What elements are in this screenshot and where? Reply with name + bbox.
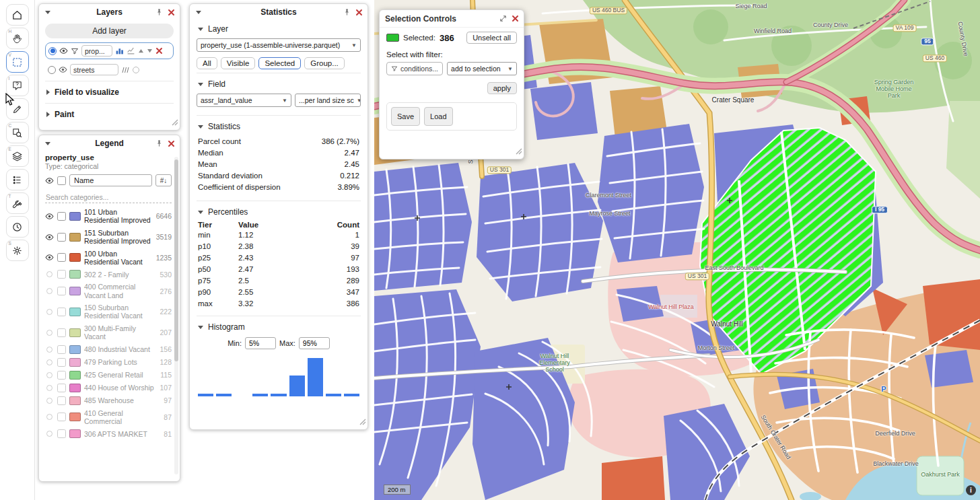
category-checkbox[interactable] <box>57 358 66 367</box>
visibility-off-icon[interactable] <box>45 347 54 353</box>
field-select[interactable]: assr_land_value▼ <box>197 94 291 107</box>
category-checkbox[interactable] <box>57 345 66 354</box>
bar-chart-icon[interactable] <box>115 46 124 55</box>
category-checkbox[interactable] <box>57 233 66 242</box>
legend-category-row[interactable]: 101 Urban Residential Improved6646 <box>45 206 172 227</box>
percentiles-section[interactable]: Percentiles <box>197 205 361 219</box>
collapse-icon[interactable] <box>196 11 201 14</box>
pin-icon[interactable] <box>155 8 163 16</box>
scope-button-visible[interactable]: Visible <box>221 57 256 69</box>
pin-icon[interactable] <box>343 8 351 16</box>
legend-category-row[interactable]: 300 Multi-Family Vacant207 <box>45 322 172 343</box>
legend-category-row[interactable]: 151 Suburban Residential Improved3519 <box>45 227 172 248</box>
conditions-dropdown[interactable]: conditions... <box>386 62 443 75</box>
category-checkbox[interactable] <box>57 413 66 421</box>
paint-section[interactable]: Paint <box>45 107 174 122</box>
layer-name-input[interactable] <box>70 64 118 75</box>
close-icon[interactable] <box>168 140 175 147</box>
legend-category-row[interactable]: 479 Parking Lots128 <box>45 356 172 369</box>
tool-legend-list-button[interactable] <box>6 169 29 190</box>
resize-handle[interactable] <box>359 416 366 428</box>
tool-tools-button[interactable]: T <box>6 192 29 214</box>
eye-icon[interactable] <box>45 176 54 185</box>
name-column-header[interactable]: Name <box>69 174 152 186</box>
add-layer-button[interactable]: Add layer <box>45 24 174 38</box>
category-checkbox[interactable] <box>57 396 66 405</box>
field-to-visualize-section[interactable]: Field to visualize <box>45 85 174 100</box>
collapse-icon[interactable] <box>45 11 50 14</box>
search-categories-input[interactable] <box>45 192 172 203</box>
category-checkbox[interactable] <box>57 287 66 295</box>
normalize-select[interactable]: ...per land size sc▼ <box>295 94 361 107</box>
apply-button[interactable]: apply <box>487 82 517 94</box>
attribution-icon[interactable]: i <box>966 485 976 495</box>
scope-button-all[interactable]: All <box>197 57 217 69</box>
selection-mode-select[interactable]: add to selection▼ <box>447 62 517 75</box>
category-checkbox[interactable] <box>57 308 66 316</box>
close-icon[interactable] <box>355 9 363 16</box>
tool-box-select-button[interactable]: V <box>6 51 29 73</box>
field-section[interactable]: Field <box>197 77 361 92</box>
remove-layer-icon[interactable] <box>155 47 163 55</box>
visibility-off-icon[interactable] <box>45 330 54 336</box>
layer-section[interactable]: Layer <box>197 22 361 36</box>
active-layer-radio[interactable] <box>48 47 57 55</box>
pin-icon[interactable] <box>155 139 163 147</box>
legend-category-row[interactable]: 485 Warehouse97 <box>45 394 172 407</box>
legend-category-row[interactable]: 100 Urban Residential Vacant1235 <box>45 248 172 269</box>
layer-select[interactable]: property_use (1-assemble-universe.parque… <box>197 38 361 52</box>
resize-handle[interactable] <box>516 145 522 157</box>
legend-category-row[interactable]: 480 Industrial Vacant156 <box>45 343 172 356</box>
expand-icon[interactable] <box>499 15 507 22</box>
unselect-all-button[interactable]: Unselect all <box>466 32 517 44</box>
histogram-min-input[interactable] <box>245 337 276 349</box>
collapse-icon[interactable] <box>45 142 50 145</box>
legend-category-row[interactable]: 440 House of Worship107 <box>45 382 172 394</box>
visibility-off-icon[interactable] <box>45 288 54 294</box>
visibility-off-icon[interactable] <box>45 309 54 315</box>
category-checkbox[interactable] <box>57 429 66 438</box>
layer-row-streets[interactable] <box>45 62 174 77</box>
legend-category-row[interactable]: 306 APTS MARKET81 <box>45 427 172 440</box>
visibility-off-icon[interactable] <box>45 431 54 437</box>
legend-category-row[interactable]: 302 2 - Family530 <box>45 268 172 281</box>
tool-pan-button[interactable]: H <box>6 28 29 49</box>
visibility-off-icon[interactable] <box>45 271 54 277</box>
visibility-off-icon[interactable] <box>45 385 54 391</box>
save-button[interactable]: Save <box>391 107 420 126</box>
line-style-icon[interactable] <box>121 66 130 74</box>
scope-button-group[interactable]: Group... <box>304 57 345 69</box>
legend-category-row[interactable]: 410 General Commercial87 <box>45 407 172 428</box>
category-checkbox[interactable] <box>57 328 66 337</box>
tool-zoom-select-button[interactable]: C <box>6 122 29 143</box>
tool-history-button[interactable] <box>6 216 29 238</box>
category-checkbox[interactable] <box>57 371 66 380</box>
layer-radio[interactable] <box>48 66 56 74</box>
histogram-section[interactable]: Histogram <box>197 320 361 334</box>
histogram-max-input[interactable] <box>299 337 330 349</box>
legend-category-row[interactable]: 425 General Retail115 <box>45 369 172 382</box>
visibility-off-icon[interactable] <box>45 372 54 378</box>
visibility-eye-icon[interactable] <box>45 233 54 242</box>
category-checkbox[interactable] <box>57 212 66 221</box>
tool-settings-button[interactable]: S <box>6 240 29 261</box>
statistics-section[interactable]: Statistics <box>197 119 361 134</box>
move-down-icon[interactable] <box>147 48 153 53</box>
tool-home-button[interactable] <box>6 4 29 26</box>
eye-icon[interactable] <box>59 46 68 55</box>
sort-by-count-button[interactable]: #↓ <box>155 174 172 186</box>
eye-icon[interactable] <box>59 65 67 74</box>
filter-icon[interactable] <box>71 47 79 55</box>
visibility-off-icon[interactable] <box>45 359 54 365</box>
scope-button-selected[interactable]: Selected <box>258 57 301 69</box>
line-chart-icon[interactable] <box>127 46 135 55</box>
visibility-off-icon[interactable] <box>45 398 54 404</box>
tool-layers-button[interactable]: E <box>6 145 29 167</box>
scrollbar-thumb[interactable] <box>174 159 178 361</box>
category-checkbox[interactable] <box>57 270 66 279</box>
layer-row-property[interactable] <box>45 42 174 59</box>
layer-name-input[interactable] <box>81 45 112 57</box>
select-all-checkbox[interactable] <box>57 176 66 185</box>
close-icon[interactable] <box>512 15 519 22</box>
legend-category-row[interactable]: 150 Suburban Residential Vacant222 <box>45 301 172 322</box>
